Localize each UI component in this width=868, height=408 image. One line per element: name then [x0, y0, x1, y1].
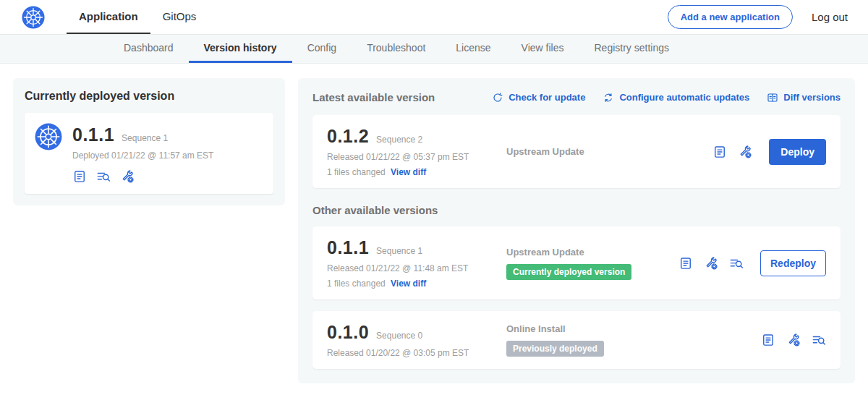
- view-files-button[interactable]: [96, 169, 111, 184]
- view-diff-link[interactable]: View diff: [391, 167, 426, 177]
- edit-config-icon: [786, 333, 801, 347]
- topbar-actions: Add a new application Log out: [668, 5, 848, 29]
- files-changed-label: 1 files changed: [327, 167, 386, 177]
- edit-config-button[interactable]: [786, 333, 801, 347]
- latest-version-header: Latest available version Check for updat…: [312, 91, 841, 103]
- release-notes-icon: [761, 333, 775, 347]
- app-subnav: Dashboard Version history Config Trouble…: [0, 35, 868, 64]
- release-notes-icon: [712, 145, 727, 159]
- subnav-tab-view-files[interactable]: View files: [506, 35, 579, 63]
- deployed-version-card: 0.1.1 Sequence 1 Deployed 01/21/22 @ 11:…: [25, 113, 273, 194]
- tab-application-label: Application: [79, 10, 138, 22]
- kubernetes-logo-icon: [22, 6, 45, 29]
- subnav-tab-troubleshoot[interactable]: Troubleshoot: [352, 35, 441, 63]
- source-label: Upstream Update: [506, 146, 712, 157]
- deploy-button[interactable]: Deploy: [769, 139, 826, 165]
- version-number: 0.1.1: [72, 124, 114, 145]
- version-header-actions: Check for update Configure automatic upd…: [492, 92, 841, 103]
- tab-gitops[interactable]: GitOps: [150, 0, 209, 34]
- release-notes-button[interactable]: [678, 256, 693, 271]
- subnav-tab-label: Version history: [204, 42, 277, 54]
- status-badge: Currently deployed version: [506, 264, 631, 280]
- deployed-panel-title: Currently deployed version: [25, 90, 273, 103]
- edit-config-button[interactable]: [120, 169, 135, 184]
- version-number: 0.1.0: [327, 322, 369, 343]
- diff-versions-label: Diff versions: [783, 92, 841, 103]
- other-versions-title: Other available versions: [312, 204, 841, 216]
- logout-button[interactable]: Log out: [812, 11, 848, 23]
- app-nav: Application GitOps: [67, 0, 208, 34]
- version-actions: Redeploy: [678, 250, 826, 276]
- subnav-tab-label: License: [456, 42, 490, 54]
- subnav-tab-label: View files: [522, 42, 564, 54]
- view-files-icon: [729, 256, 744, 271]
- version-history-panel: Latest available version Check for updat…: [298, 78, 855, 383]
- release-notes-button[interactable]: [712, 145, 727, 159]
- configure-automatic-updates-link[interactable]: Configure automatic updates: [603, 92, 749, 103]
- subnav-tab-dashboard[interactable]: Dashboard: [109, 35, 189, 63]
- subnav-tab-config[interactable]: Config: [292, 35, 352, 63]
- sequence-label: Sequence 0: [376, 331, 422, 341]
- files-changed-label: 1 files changed: [327, 279, 386, 289]
- released-timestamp: Released 01/20/22 @ 03:05 pm EST: [327, 348, 506, 358]
- version-info: 0.1.1 Sequence 1 Released 01/21/22 @ 11:…: [327, 237, 506, 289]
- view-files-icon: [96, 169, 111, 184]
- deployed-version-info: 0.1.1 Sequence 1 Deployed 01/21/22 @ 11:…: [72, 123, 213, 184]
- release-notes-icon: [678, 256, 693, 271]
- deployed-timestamp: Deployed 01/21/22 @ 11:57 am EST: [72, 150, 213, 161]
- add-application-button[interactable]: Add a new application: [668, 5, 793, 29]
- subnav-tab-license[interactable]: License: [441, 35, 506, 63]
- top-navbar: Application GitOps Add a new application…: [0, 0, 868, 35]
- view-files-button[interactable]: [729, 256, 744, 271]
- released-timestamp: Released 01/21/22 @ 11:48 am EST: [327, 263, 506, 273]
- refresh-icon: [492, 92, 503, 103]
- version-source: Upstream Update: [506, 146, 712, 157]
- release-notes-button[interactable]: [761, 333, 775, 347]
- edit-config-icon: [120, 169, 135, 184]
- version-number: 0.1.2: [327, 126, 369, 147]
- sequence-label: Sequence 1: [376, 246, 422, 256]
- currently-deployed-panel: Currently deployed version 0.1.1 Sequenc…: [13, 78, 285, 205]
- subnav-tab-version-history[interactable]: Version history: [189, 35, 292, 63]
- view-diff-link[interactable]: View diff: [391, 279, 426, 289]
- diff-icon: [767, 92, 778, 103]
- source-label: Upstream Update: [506, 247, 678, 258]
- files-changed-row: 1 files changed View diff: [327, 279, 506, 289]
- edit-config-button[interactable]: [738, 145, 752, 159]
- status-badge: Previously deployed: [506, 341, 604, 357]
- latest-version-card: 0.1.2 Sequence 2 Released 01/21/22 @ 05:…: [312, 115, 841, 188]
- version-source: Online Install Previously deployed: [506, 323, 761, 357]
- subnav-tab-label: Dashboard: [124, 42, 174, 54]
- subnav-tab-registry-settings[interactable]: Registry settings: [579, 35, 684, 63]
- check-for-update-link[interactable]: Check for update: [492, 92, 585, 103]
- version-card: 0.1.1 Sequence 1 Released 01/21/22 @ 11:…: [312, 226, 841, 299]
- subnav-tab-label: Config: [307, 42, 336, 54]
- version-source: Upstream Update Currently deployed versi…: [506, 247, 678, 280]
- view-files-icon: [812, 333, 826, 347]
- version-number: 0.1.1: [327, 237, 369, 258]
- version-card: 0.1.0 Sequence 0 Released 01/20/22 @ 03:…: [312, 311, 841, 369]
- source-label: Online Install: [506, 323, 761, 334]
- version-info: 0.1.2 Sequence 2 Released 01/21/22 @ 05:…: [327, 126, 506, 177]
- diff-versions-link[interactable]: Diff versions: [767, 92, 841, 103]
- released-timestamp: Released 01/21/22 @ 05:37 pm EST: [327, 152, 506, 162]
- version-actions: Deploy: [712, 139, 826, 165]
- tab-application[interactable]: Application: [67, 0, 150, 34]
- latest-version-title: Latest available version: [312, 91, 435, 103]
- tab-gitops-label: GitOps: [163, 10, 197, 22]
- deployed-actions: [72, 169, 213, 184]
- view-files-button[interactable]: [812, 333, 826, 347]
- subnav-tab-label: Troubleshoot: [367, 42, 425, 54]
- app-icon: [35, 123, 62, 150]
- release-notes-icon: [72, 169, 87, 184]
- version-info: 0.1.0 Sequence 0 Released 01/20/22 @ 03:…: [327, 322, 506, 358]
- edit-config-button[interactable]: [704, 256, 718, 271]
- release-notes-button[interactable]: [72, 169, 87, 184]
- version-actions: [761, 333, 826, 347]
- redeploy-button[interactable]: Redeploy: [760, 250, 826, 276]
- sequence-label: Sequence 2: [376, 135, 422, 145]
- configure-automatic-updates-label: Configure automatic updates: [619, 92, 749, 103]
- edit-config-icon: [704, 256, 718, 271]
- check-for-update-label: Check for update: [509, 92, 585, 103]
- main-content: Currently deployed version 0.1.1 Sequenc…: [0, 64, 868, 398]
